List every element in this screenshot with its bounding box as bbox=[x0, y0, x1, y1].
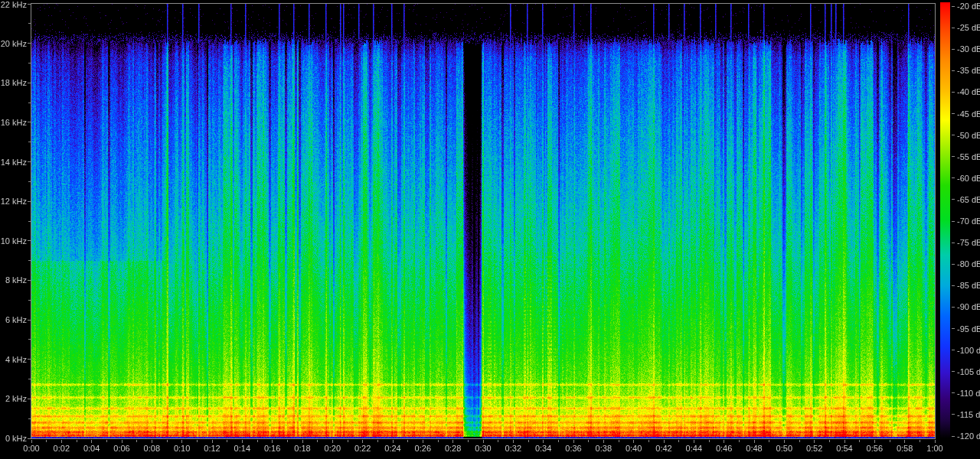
time-tick-label: 0:08 bbox=[144, 444, 160, 453]
db-tick bbox=[952, 436, 955, 437]
db-tick bbox=[952, 243, 955, 243]
time-major-tick bbox=[272, 440, 273, 443]
db-tick bbox=[952, 135, 955, 135]
db-tick-label: -55 dB bbox=[957, 152, 980, 161]
db-tick-label: -70 dB bbox=[957, 216, 980, 226]
freq-tick-label: 6 kHz bbox=[0, 315, 27, 324]
time-minor-tick bbox=[438, 440, 439, 442]
time-tick-label: 0:36 bbox=[565, 444, 581, 453]
time-minor-tick bbox=[377, 440, 378, 442]
time-minor-tick bbox=[678, 440, 679, 442]
time-major-tick bbox=[242, 440, 243, 443]
time-minor-tick bbox=[648, 440, 649, 442]
freq-tick-label: 12 kHz bbox=[0, 197, 27, 206]
db-tick-label: -35 dB bbox=[957, 66, 980, 75]
db-tick bbox=[952, 156, 955, 157]
time-major-tick bbox=[603, 440, 604, 443]
db-tick-label: -25 dB bbox=[957, 23, 980, 32]
db-tick bbox=[952, 392, 955, 393]
time-major-tick bbox=[543, 440, 544, 443]
db-tick bbox=[952, 350, 955, 350]
time-tick-label: 0:20 bbox=[325, 444, 341, 453]
db-tick-label: -120 dB bbox=[957, 431, 980, 441]
time-major-tick bbox=[694, 440, 694, 443]
time-major-tick bbox=[452, 440, 453, 443]
time-tick-label: 0:50 bbox=[776, 444, 792, 453]
db-tick bbox=[952, 307, 955, 308]
time-minor-tick bbox=[136, 440, 137, 442]
time-minor-tick bbox=[619, 440, 619, 442]
db-tick-label: -110 dB bbox=[957, 389, 980, 398]
db-tick-label: -20 dB bbox=[957, 2, 980, 11]
time-minor-tick bbox=[77, 440, 77, 442]
time-major-tick bbox=[513, 440, 514, 443]
db-tick-label: -95 dB bbox=[957, 324, 980, 334]
time-tick-label: 0:02 bbox=[54, 444, 70, 453]
time-minor-tick bbox=[588, 440, 589, 442]
db-tick-label: -85 dB bbox=[957, 281, 980, 290]
time-tick-label: 0:00 bbox=[23, 444, 39, 453]
time-tick-label: 0:48 bbox=[746, 444, 762, 453]
db-tick bbox=[952, 221, 955, 222]
time-tick-label: 0:06 bbox=[113, 444, 129, 453]
db-tick-label: -75 dB bbox=[957, 238, 980, 247]
db-tick-label: -60 dB bbox=[957, 174, 980, 183]
time-minor-tick bbox=[859, 440, 860, 442]
time-tick-label: 0:12 bbox=[204, 444, 220, 453]
time-minor-tick bbox=[829, 440, 830, 442]
time-minor-tick bbox=[287, 440, 288, 442]
time-tick-label: 0:30 bbox=[475, 444, 491, 453]
db-tick-label: -50 dB bbox=[957, 131, 980, 140]
time-major-tick bbox=[784, 440, 785, 443]
time-minor-tick bbox=[799, 440, 800, 442]
db-tick-label: -90 dB bbox=[957, 302, 980, 311]
time-minor-tick bbox=[167, 440, 168, 442]
freq-tick-label: 20 kHz bbox=[0, 39, 27, 48]
freq-tick-label: 10 kHz bbox=[0, 236, 27, 246]
time-major-tick bbox=[754, 440, 755, 443]
db-tick-label: -40 dB bbox=[957, 87, 980, 96]
time-tick-label: 0:38 bbox=[596, 444, 612, 453]
db-tick bbox=[952, 264, 955, 265]
time-major-tick bbox=[393, 440, 394, 443]
time-tick-label: 0:22 bbox=[354, 444, 371, 453]
time-major-tick bbox=[181, 440, 182, 443]
time-tick-label: 0:58 bbox=[897, 444, 913, 453]
freq-tick-label: 4 kHz bbox=[0, 355, 27, 364]
time-minor-tick bbox=[498, 440, 498, 442]
time-minor-tick bbox=[739, 440, 740, 442]
db-colorbar bbox=[940, 2, 950, 438]
freq-tick-label: 2 kHz bbox=[0, 394, 27, 403]
time-major-tick bbox=[423, 440, 423, 443]
time-major-tick bbox=[874, 440, 875, 443]
db-tick bbox=[952, 328, 955, 329]
time-major-tick bbox=[664, 440, 665, 443]
time-tick-label: 0:04 bbox=[83, 444, 100, 453]
time-major-tick bbox=[483, 440, 484, 443]
time-tick-label: 1:00 bbox=[926, 444, 942, 453]
time-minor-tick bbox=[317, 440, 318, 442]
spectrogram-plot-frame bbox=[31, 3, 936, 439]
time-tick-label: 0:52 bbox=[806, 444, 822, 453]
time-major-tick bbox=[904, 440, 905, 443]
db-tick bbox=[952, 28, 955, 28]
spectrogram-window: 22 kHz20 kHz18 kHz16 kHz14 kHz12 kHz10 k… bbox=[0, 0, 980, 459]
freq-tick-label: 14 kHz bbox=[0, 158, 27, 167]
time-minor-tick bbox=[468, 440, 469, 442]
freq-tick-label: 0 kHz bbox=[0, 434, 27, 443]
time-minor-tick bbox=[769, 440, 769, 442]
time-major-tick bbox=[332, 440, 333, 443]
db-tick-label: -30 dB bbox=[957, 44, 980, 54]
time-minor-tick bbox=[46, 440, 47, 442]
time-minor-tick bbox=[257, 440, 258, 442]
db-tick-label: -65 dB bbox=[957, 195, 980, 204]
db-tick bbox=[952, 285, 955, 286]
db-tick-label: -80 dB bbox=[957, 259, 980, 269]
time-tick-label: 0:42 bbox=[655, 444, 671, 453]
time-minor-tick bbox=[920, 440, 920, 442]
time-tick-label: 0:32 bbox=[505, 444, 521, 453]
db-tick-label: -105 dB bbox=[957, 367, 980, 376]
freq-tick-label: 18 kHz bbox=[0, 78, 27, 87]
time-major-tick bbox=[844, 440, 845, 443]
db-tick bbox=[952, 414, 955, 415]
